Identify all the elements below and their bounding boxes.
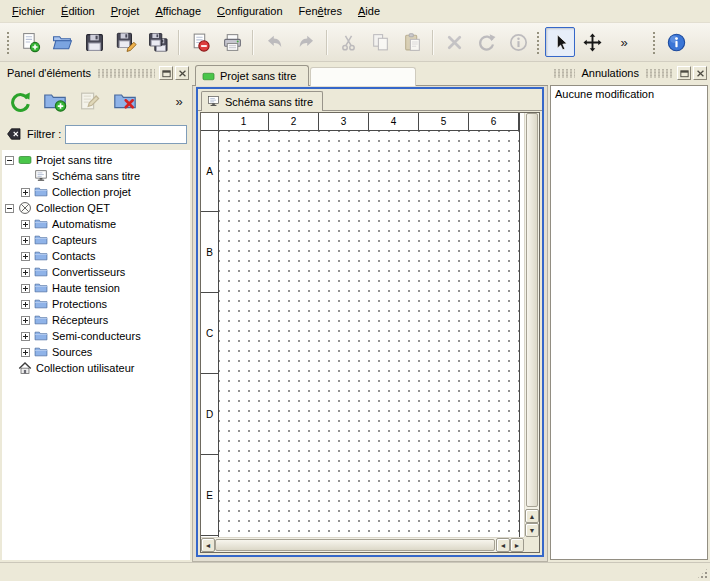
horizontal-scrollbar[interactable]: ◄ ◄ ► [201, 537, 524, 552]
save-all-button[interactable] [143, 27, 173, 57]
undo-list[interactable]: Aucune modification [550, 85, 708, 560]
undo-float-dock-button[interactable] [677, 66, 691, 80]
tree-item-contacts[interactable]: Contacts [2, 248, 190, 264]
open-folder-button[interactable] [47, 27, 77, 57]
pan-button[interactable] [577, 27, 607, 57]
edit-element-button[interactable] [75, 86, 105, 116]
new-element-button[interactable] [40, 86, 70, 116]
rotate-icon [476, 32, 497, 53]
scroll-left-button[interactable]: ◄ [201, 538, 215, 552]
pan-icon [582, 32, 603, 53]
menu-projet[interactable]: Projet [103, 1, 148, 21]
expander-plus-icon[interactable] [21, 252, 30, 261]
expander-plus-icon[interactable] [21, 284, 30, 293]
expander-plus-icon[interactable] [21, 300, 30, 309]
paste-button[interactable] [397, 27, 427, 57]
redo-button[interactable] [291, 27, 321, 57]
tree-item-label: Récepteurs [52, 313, 108, 327]
ruler-row-label: A [201, 131, 218, 212]
delete-element-button[interactable] [110, 86, 140, 116]
vscroll-thumb[interactable] [526, 113, 538, 507]
element-info-button[interactable] [503, 27, 533, 57]
expander-minus-icon[interactable] [5, 204, 14, 213]
menu-fenetres[interactable]: Fenêtres [291, 1, 350, 21]
tree-item-icon [34, 249, 48, 263]
save-button[interactable] [79, 27, 109, 57]
scroll-left-button-2[interactable]: ◄ [496, 538, 510, 552]
toolbar-grip[interactable] [651, 30, 656, 55]
elements-panel-header[interactable]: Panel d'éléments [3, 65, 189, 81]
overflow-chevron-button[interactable]: » [171, 86, 187, 116]
tree-item-re-cepteurs[interactable]: Récepteurs [2, 312, 190, 328]
resize-grip[interactable] [696, 567, 709, 580]
cut-button[interactable] [333, 27, 363, 57]
menu-edition[interactable]: Édition [53, 1, 103, 21]
rotate-button[interactable] [471, 27, 501, 57]
new-document-icon [20, 32, 41, 53]
vertical-scrollbar[interactable]: ▲ ▼ [524, 113, 539, 537]
hscroll-thumb[interactable] [215, 539, 495, 551]
schema-canvas[interactable]: 123456 ABCDE [201, 113, 524, 537]
tree-item-sche-ma-sans-titre[interactable]: Schéma sans titre [2, 168, 190, 184]
new-document-button[interactable] [15, 27, 45, 57]
tree-item-projet-sans-titre[interactable]: Projet sans titre [2, 152, 190, 168]
expander-plus-icon[interactable] [21, 268, 30, 277]
menu-affichage[interactable]: Affichage [147, 1, 209, 21]
save-as-button[interactable] [111, 27, 141, 57]
menu-configuration[interactable]: Configuration [209, 1, 290, 21]
copy-icon [370, 32, 391, 53]
expander-plus-icon[interactable] [21, 188, 30, 197]
elements-float-dock-button[interactable] [159, 66, 173, 80]
tree-item-haute-tension[interactable]: Haute tension [2, 280, 190, 296]
expander-plus-icon[interactable] [21, 236, 30, 245]
ruler-row-label: C [201, 293, 218, 374]
expander-minus-icon[interactable] [5, 156, 14, 165]
tree-item-capteurs[interactable]: Capteurs [2, 232, 190, 248]
toolbar-grip[interactable] [535, 30, 540, 55]
select-arrow-button[interactable] [545, 27, 575, 57]
ruler-column-label: 2 [269, 113, 319, 130]
expander-plus-icon[interactable] [21, 332, 30, 341]
tree-item-collection-utilisateur[interactable]: Collection utilisateur [2, 360, 190, 376]
about-button[interactable] [661, 27, 691, 57]
reload-button[interactable] [5, 86, 35, 116]
menu-fichier[interactable]: Fichier [4, 1, 53, 21]
tree-item-protections[interactable]: Protections [2, 296, 190, 312]
print-button[interactable] [217, 27, 247, 57]
undo-close-dock-button[interactable] [693, 66, 707, 80]
undo-panel-header[interactable]: Annulations [551, 65, 707, 81]
toolbar-grip[interactable] [5, 30, 10, 55]
tree-item-semi-conducteurs[interactable]: Semi-conducteurs [2, 328, 190, 344]
expander-plus-icon[interactable] [21, 220, 30, 229]
project-tabbar: Projet sans titre [192, 62, 548, 86]
project-tab-icon [202, 70, 215, 83]
elements-tree[interactable]: Projet sans titreSchéma sans titreCollec… [2, 150, 190, 560]
filter-clear-button[interactable] [5, 125, 23, 143]
redo-icon [296, 32, 317, 53]
tree-item-collection-projet[interactable]: Collection projet [2, 184, 190, 200]
elements-close-dock-button[interactable] [175, 66, 189, 80]
copy-button[interactable] [365, 27, 395, 57]
undo-button[interactable] [259, 27, 289, 57]
undo-empty-text: Aucune modification [555, 88, 703, 100]
scroll-right-button[interactable]: ► [510, 538, 524, 552]
undo-panel: Annulations Aucune modification [548, 62, 710, 562]
scroll-down-button[interactable]: ▼ [525, 523, 539, 537]
tree-item-convertisseurs[interactable]: Convertisseurs [2, 264, 190, 280]
menu-aide[interactable]: Aide [350, 1, 388, 21]
tree-item-sources[interactable]: Sources [2, 344, 190, 360]
project-tab[interactable]: Projet sans titre [195, 65, 309, 86]
tree-item-collection-qet[interactable]: Collection QET [2, 200, 190, 216]
expander-plus-icon[interactable] [21, 348, 30, 357]
delete-button[interactable] [439, 27, 469, 57]
close-file-button[interactable] [185, 27, 215, 57]
schema-tab[interactable]: Schéma sans titre [201, 91, 323, 111]
filter-input[interactable] [65, 125, 187, 144]
expander-plus-icon[interactable] [21, 316, 30, 325]
folder-icon [34, 217, 48, 231]
overflow-chevron-icon: » [175, 95, 182, 108]
tree-item-automatisme[interactable]: Automatisme [2, 216, 190, 232]
scroll-up-button[interactable]: ▲ [525, 509, 539, 523]
overflow-chevron-button[interactable]: » [609, 27, 639, 57]
dock-grip-texture [553, 69, 575, 78]
